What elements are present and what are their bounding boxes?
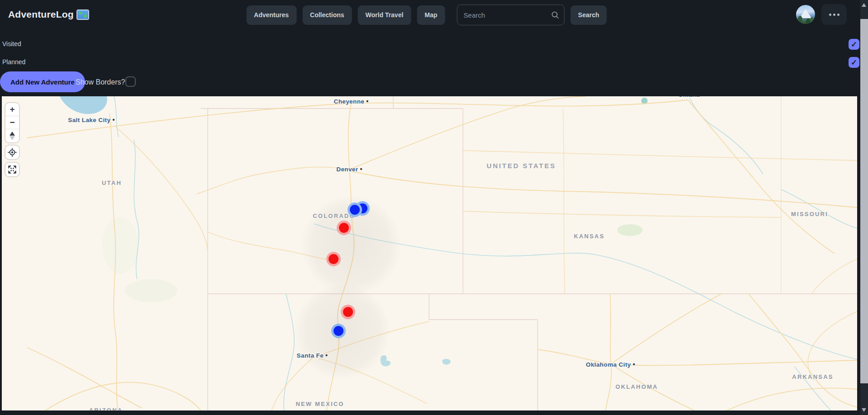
app-brand[interactable]: AdventureLog <box>8 9 88 20</box>
avatar[interactable] <box>796 5 815 24</box>
compass-button[interactable] <box>5 129 19 142</box>
add-new-adventure-button[interactable]: Add New Adventure <box>0 71 85 92</box>
world-map-icon <box>77 10 88 19</box>
visited-checkbox[interactable]: ✓ <box>849 39 859 50</box>
nav-right <box>796 0 847 29</box>
city-label: Santa Fe• <box>297 352 328 359</box>
region-label: MISSOURI <box>791 211 828 217</box>
city-dot-icon: • <box>325 352 328 359</box>
region-label: UNITED STATES <box>486 162 556 170</box>
search-icon <box>551 11 559 19</box>
nav-world-travel-button[interactable]: World Travel <box>358 5 411 25</box>
planned-label: Planned <box>2 58 25 66</box>
region-label: ARIZONA <box>89 407 123 411</box>
zoom-out-button[interactable]: − <box>5 116 19 129</box>
map-canvas[interactable]: + − Cheye <box>2 96 857 410</box>
page-scrollbar <box>860 0 868 415</box>
visited-marker[interactable] <box>343 307 353 317</box>
city-label: Oklahoma City• <box>586 361 635 368</box>
geolocate-icon <box>7 147 17 157</box>
planned-marker[interactable] <box>350 205 360 215</box>
scrollbar-thumb[interactable] <box>860 19 868 383</box>
city-label: Omaha• <box>678 96 704 98</box>
planned-marker[interactable] <box>334 326 343 336</box>
search-input[interactable] <box>457 5 564 25</box>
city-dot-icon: • <box>633 361 635 368</box>
show-borders-label: Show Borders? <box>76 78 125 86</box>
nav-collections-button[interactable]: Collections <box>302 5 352 25</box>
show-borders-checkbox[interactable] <box>125 76 136 87</box>
city-dot-icon: • <box>701 96 704 98</box>
city-label: Cheyenne• <box>334 98 368 105</box>
planned-checkbox[interactable]: ✓ <box>849 57 859 68</box>
city-dot-icon: • <box>366 98 368 105</box>
region-label: NEW MEXICO <box>296 401 344 407</box>
fullscreen-button[interactable] <box>5 163 19 176</box>
city-label: Salt Lake City• <box>68 116 114 123</box>
overflow-menu-button[interactable] <box>821 4 847 25</box>
city-dot-icon: • <box>112 116 114 123</box>
search-box <box>457 5 564 25</box>
scroll-down-arrow[interactable] <box>862 408 866 412</box>
visited-marker[interactable] <box>339 223 349 233</box>
scroll-up-arrow[interactable] <box>862 3 866 7</box>
compass-south-icon <box>10 136 15 140</box>
region-label: OKLAHOMA <box>615 383 658 390</box>
geolocate-button[interactable] <box>5 146 19 159</box>
city-dot-icon: • <box>360 165 362 173</box>
region-label: ARKANSAS <box>792 373 833 380</box>
brand-title: AdventureLog <box>8 9 74 20</box>
city-label: Denver• <box>336 165 362 173</box>
nav-adventures-button[interactable]: Adventures <box>246 5 296 25</box>
region-label: KANSAS <box>574 233 605 240</box>
nav-map-button[interactable]: Map <box>417 5 445 25</box>
ellipsis-icon <box>829 14 831 16</box>
map-zoom-control: + − <box>5 103 19 142</box>
search-button[interactable]: Search <box>570 5 607 25</box>
fullscreen-icon <box>7 165 17 174</box>
nav-links: Adventures Collections World Travel Map … <box>246 5 607 25</box>
compass-north-icon <box>10 132 15 136</box>
region-label: COLORADO <box>313 212 355 219</box>
navbar: AdventureLog Adventures Collections Worl… <box>0 0 860 29</box>
visited-marker[interactable] <box>329 254 339 264</box>
map-base-layer <box>2 96 857 410</box>
region-label: UTAH <box>102 179 122 186</box>
zoom-in-button[interactable]: + <box>5 103 19 116</box>
visited-label: Visited <box>2 40 21 47</box>
